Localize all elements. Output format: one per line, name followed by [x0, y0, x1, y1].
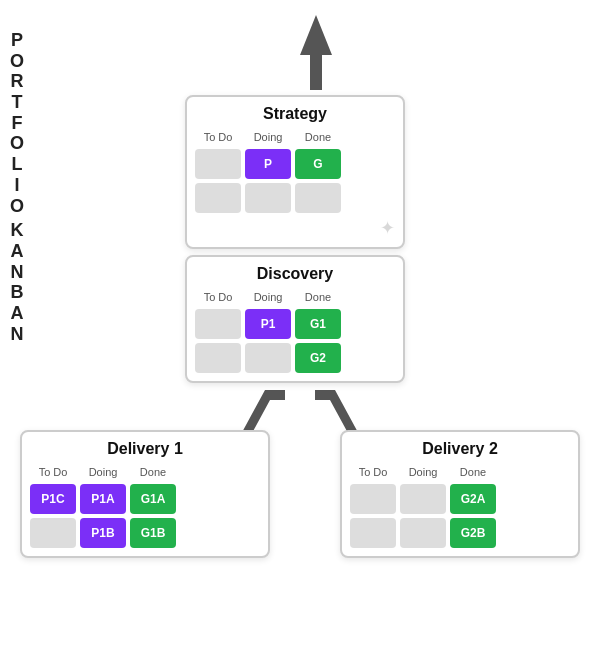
discovery-card-g2: G2: [295, 343, 341, 373]
delivery2-doing-slot2: [400, 518, 446, 548]
delivery2-todo-slot1: [350, 484, 396, 514]
discovery-doing-col: Doing P1: [245, 291, 291, 373]
delivery2-card-g2b: G2B: [450, 518, 496, 548]
delivery2-board: Delivery 2 To Do Doing Done G2A G2B: [340, 430, 580, 558]
strategy-doing-col: Doing P: [245, 131, 291, 213]
strategy-doing-slot: [245, 183, 291, 213]
discovery-board: Discovery To Do Doing P1 Done G1 G2: [185, 255, 405, 383]
delivery2-doing-header: Doing: [409, 466, 438, 478]
delivery2-todo-header: To Do: [359, 466, 388, 478]
discovery-card-p1: P1: [245, 309, 291, 339]
delivery1-card-p1a: P1A: [80, 484, 126, 514]
strategy-done-col: Done G: [295, 131, 341, 213]
delivery1-card-p1c: P1C: [30, 484, 76, 514]
discovery-title: Discovery: [195, 265, 395, 283]
strategy-card-p: P: [245, 149, 291, 179]
delivery2-card-g2a: G2A: [450, 484, 496, 514]
delivery1-todo-slot: [30, 518, 76, 548]
delivery2-doing-col: Doing: [400, 466, 446, 548]
delivery2-doing-slot1: [400, 484, 446, 514]
delivery2-title: Delivery 2: [350, 440, 570, 458]
strategy-done-header: Done: [305, 131, 331, 143]
strategy-todo-col: To Do: [195, 131, 241, 213]
discovery-doing-slot: [245, 343, 291, 373]
delivery2-todo-slot2: [350, 518, 396, 548]
strategy-columns: To Do Doing P Done G: [195, 131, 395, 213]
discovery-card-g1: G1: [295, 309, 341, 339]
strategy-card-g: G: [295, 149, 341, 179]
delivery1-doing-header: Doing: [89, 466, 118, 478]
delivery1-title: Delivery 1: [30, 440, 260, 458]
discovery-done-col: Done G1 G2: [295, 291, 341, 373]
strategy-watermark: ✦: [195, 217, 395, 239]
delivery2-todo-col: To Do: [350, 466, 396, 548]
delivery1-card-g1b: G1B: [130, 518, 176, 548]
portfolio-word: P O R T F O L I O: [10, 30, 25, 216]
kanban-word: K A N B A N: [10, 220, 25, 344]
delivery1-columns: To Do P1C Doing P1A P1B Done G1A G1B: [30, 466, 260, 548]
up-arrow-icon: [300, 15, 332, 90]
discovery-todo-slot1: [195, 309, 241, 339]
strategy-todo-slot1: [195, 149, 241, 179]
strategy-doing-header: Doing: [254, 131, 283, 143]
delivery1-done-header: Done: [140, 466, 166, 478]
strategy-title: Strategy: [195, 105, 395, 123]
delivery2-done-col: Done G2A G2B: [450, 466, 496, 548]
delivery1-board: Delivery 1 To Do P1C Doing P1A P1B Done …: [20, 430, 270, 558]
delivery1-done-col: Done G1A G1B: [130, 466, 176, 548]
delivery2-done-header: Done: [460, 466, 486, 478]
discovery-doing-header: Doing: [254, 291, 283, 303]
delivery1-todo-col: To Do P1C: [30, 466, 76, 548]
strategy-todo-slot2: [195, 183, 241, 213]
discovery-done-header: Done: [305, 291, 331, 303]
strategy-done-slot: [295, 183, 341, 213]
strategy-todo-header: To Do: [204, 131, 233, 143]
delivery1-doing-col: Doing P1A P1B: [80, 466, 126, 548]
delivery1-card-g1a: G1A: [130, 484, 176, 514]
discovery-todo-col: To Do: [195, 291, 241, 373]
discovery-columns: To Do Doing P1 Done G1 G2: [195, 291, 395, 373]
discovery-todo-header: To Do: [204, 291, 233, 303]
delivery1-card-p1b: P1B: [80, 518, 126, 548]
discovery-todo-slot2: [195, 343, 241, 373]
delivery2-columns: To Do Doing Done G2A G2B: [350, 466, 570, 548]
strategy-board: Strategy To Do Doing P Done G ✦: [185, 95, 405, 249]
delivery1-todo-header: To Do: [39, 466, 68, 478]
vertical-title: P O R T F O L I O K A N B A N: [10, 30, 25, 348]
